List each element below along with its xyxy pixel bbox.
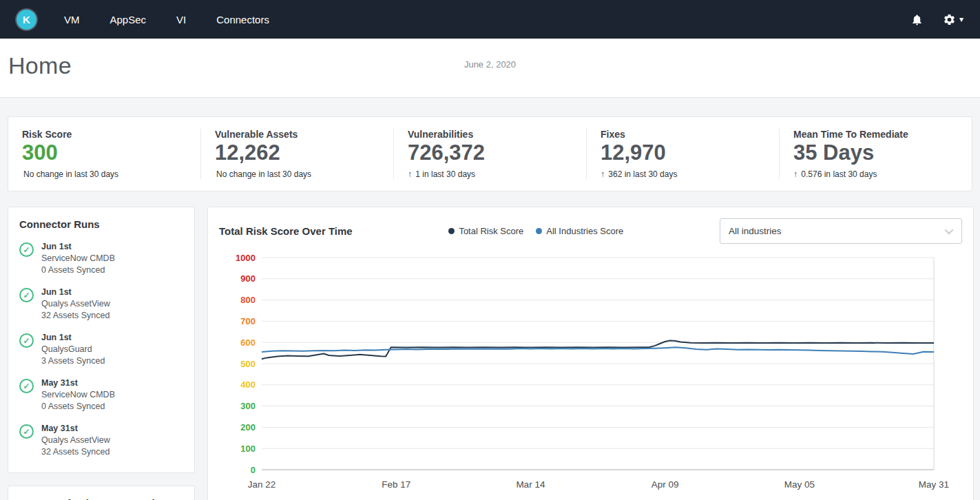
stat-label: Fixes: [601, 129, 765, 140]
up-arrow-icon: ↑: [408, 169, 412, 179]
svg-text:0: 0: [251, 465, 256, 475]
stat-mttr: Mean Time To Remediate 35 Days ↑ 0.576 i…: [780, 129, 972, 179]
page-header: Home June 2, 2020: [0, 39, 980, 98]
stat-label: Vulnerable Assets: [215, 129, 379, 140]
stat-change: No change in last 30 days: [22, 169, 187, 179]
svg-text:Mar 14: Mar 14: [516, 479, 545, 490]
stat-value: 12,970: [601, 140, 765, 165]
svg-text:Feb 17: Feb 17: [382, 479, 410, 490]
chart-legend: Total Risk Score All Industries Score: [448, 226, 623, 236]
run-date: Jun 1st: [41, 332, 105, 344]
kenna-logo[interactable]: K: [17, 10, 37, 30]
stat-label: Vulnerabilities: [408, 129, 572, 140]
run-date: Jun 1st: [41, 241, 115, 253]
stat-value: 35 Days: [793, 140, 958, 165]
run-date: May 31st: [41, 423, 110, 435]
check-circle-icon: ✓: [19, 288, 34, 302]
run-date: May 31st: [41, 377, 115, 389]
nav-item-connectors[interactable]: Connectors: [216, 14, 269, 25]
run-assets-synced: 0 Assets Synced: [41, 401, 115, 413]
nav-item-vi[interactable]: VI: [176, 14, 186, 25]
chart-body: 01002003004005006007008009001000Jan 22Fe…: [219, 249, 962, 500]
chart-title: Total Risk Score Over Time: [219, 225, 353, 237]
svg-text:1000: 1000: [236, 253, 256, 263]
run-assets-synced: 3 Assets Synced: [41, 355, 105, 367]
run-date: Jun 1st: [41, 287, 110, 298]
nav-item-vm[interactable]: VM: [64, 14, 80, 25]
connector-runs-card: Connector Runs ✓ Jun 1st ServiceNow CMDB…: [8, 207, 195, 473]
community-card: Kenna Defenders Community Become a Kenna…: [8, 486, 195, 500]
legend-dot: [448, 228, 455, 234]
risk-score-chart: 01002003004005006007008009001000Jan 22Fe…: [219, 249, 962, 500]
svg-text:500: 500: [240, 359, 256, 369]
main-content: Connector Runs ✓ Jun 1st ServiceNow CMDB…: [8, 207, 972, 500]
stat-change: ↑ 0.576 in last 30 days: [793, 169, 958, 179]
svg-text:May 31: May 31: [919, 479, 949, 490]
check-circle-icon: ✓: [19, 424, 34, 439]
connector-run-item: ✓ Jun 1st Qualys AssetView 32 Assets Syn…: [19, 287, 183, 322]
settings-menu[interactable]: ▾: [943, 13, 963, 26]
run-connector-name: QualysGuard: [41, 344, 105, 355]
svg-text:900: 900: [240, 273, 256, 284]
legend-dot: [536, 228, 542, 234]
connector-run-item: ✓ May 31st Qualys AssetView 32 Assets Sy…: [19, 423, 183, 458]
chevron-down-icon: [938, 219, 961, 243]
connector-run-item: ✓ Jun 1st ServiceNow CMDB 0 Assets Synce…: [19, 241, 183, 276]
industries-dropdown-value: All industries: [729, 226, 938, 236]
svg-text:300: 300: [240, 401, 256, 411]
bell-icon[interactable]: [910, 13, 924, 26]
risk-score-chart-card: Total Risk Score Over Time Total Risk Sc…: [207, 207, 974, 500]
legend-label: All Industries Score: [546, 226, 623, 236]
stat-change: ↑ 362 in last 30 days: [601, 169, 765, 179]
run-connector-name: ServiceNow CMDB: [41, 253, 115, 264]
stat-vulnerable-assets: Vulnerable Assets 12,262 No change in la…: [201, 129, 394, 179]
top-navbar: K VM AppSec VI Connectors ▾: [0, 0, 980, 39]
legend-all-industries-score[interactable]: All Industries Score: [536, 226, 623, 236]
page-date: June 2, 2020: [464, 59, 516, 70]
stat-value: 12,262: [215, 140, 379, 165]
chart-header: Total Risk Score Over Time Total Risk Sc…: [219, 218, 962, 244]
gear-icon: [943, 13, 956, 26]
nav-item-appsec[interactable]: AppSec: [110, 14, 147, 25]
check-circle-icon: ✓: [19, 379, 34, 393]
svg-text:600: 600: [240, 337, 256, 348]
run-connector-name: Qualys AssetView: [41, 435, 110, 446]
connector-runs-title: Connector Runs: [19, 218, 183, 230]
legend-label: Total Risk Score: [459, 226, 523, 236]
check-circle-icon: ✓: [19, 242, 34, 257]
svg-text:700: 700: [240, 316, 256, 326]
stat-value: 726,372: [408, 140, 572, 165]
stat-label: Risk Score: [22, 129, 187, 140]
stat-change: No change in last 30 days: [215, 169, 379, 179]
run-assets-synced: 32 Assets Synced: [41, 446, 110, 458]
page: K VM AppSec VI Connectors ▾ Home June 2,…: [0, 0, 980, 500]
left-column: Connector Runs ✓ Jun 1st ServiceNow CMDB…: [8, 207, 195, 500]
run-assets-synced: 32 Assets Synced: [41, 310, 110, 322]
svg-text:Apr 09: Apr 09: [651, 479, 679, 490]
svg-text:May 05: May 05: [784, 479, 815, 490]
legend-total-risk-score[interactable]: Total Risk Score: [448, 226, 523, 236]
run-connector-name: ServiceNow CMDB: [41, 389, 115, 401]
stat-risk-value: 300: [22, 140, 187, 165]
svg-text:400: 400: [240, 379, 256, 390]
connector-run-item: ✓ Jun 1st QualysGuard 3 Assets Synced: [19, 332, 183, 367]
stats-bar: Risk Score 300 No change in last 30 days…: [8, 116, 972, 191]
svg-text:100: 100: [240, 444, 256, 454]
nav-items: VM AppSec VI Connectors: [64, 14, 269, 25]
industries-dropdown[interactable]: All industries: [720, 218, 962, 244]
stat-risk-score: Risk Score 300 No change in last 30 days: [8, 129, 201, 179]
connector-run-item: ✓ May 31st ServiceNow CMDB 0 Assets Sync…: [19, 377, 183, 413]
svg-text:Jan 22: Jan 22: [248, 479, 276, 490]
check-circle-icon: ✓: [19, 333, 34, 348]
stat-label: Mean Time To Remediate: [793, 129, 958, 140]
stat-fixes: Fixes 12,970 ↑ 362 in last 30 days: [587, 129, 780, 179]
stat-vulnerabilities: Vulnerabilities 726,372 ↑ 1 in last 30 d…: [394, 129, 587, 179]
svg-text:200: 200: [240, 422, 256, 433]
svg-text:800: 800: [240, 295, 256, 305]
community-title: Kenna Defenders Community: [19, 497, 183, 500]
run-connector-name: Qualys AssetView: [41, 298, 110, 310]
run-assets-synced: 0 Assets Synced: [41, 264, 115, 276]
up-arrow-icon: ↑: [793, 169, 797, 179]
connector-runs-list: ✓ Jun 1st ServiceNow CMDB 0 Assets Synce…: [19, 241, 183, 458]
up-arrow-icon: ↑: [601, 169, 605, 179]
